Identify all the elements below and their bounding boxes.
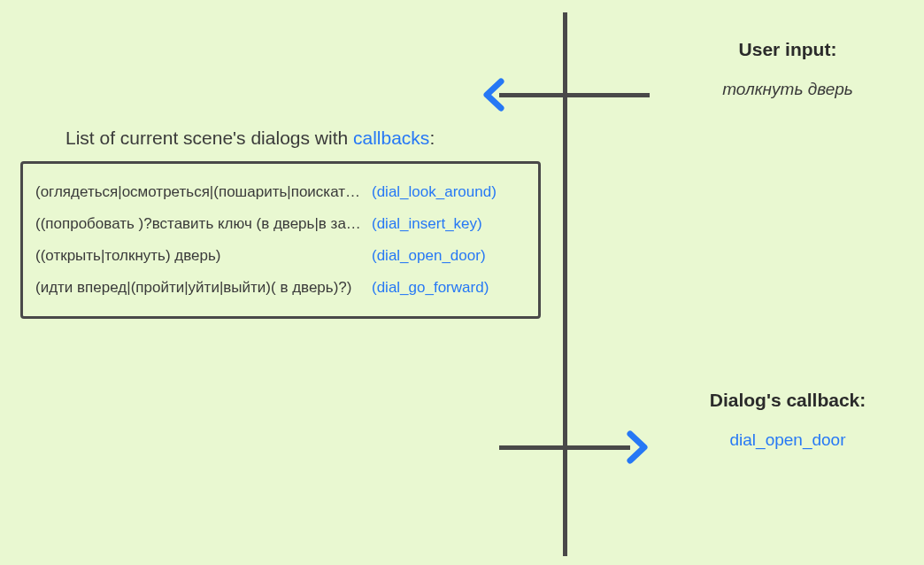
- dialogs-table: (оглядеться|осмотреться|(пошарить|поиска…: [20, 161, 541, 319]
- arrow-left-icon: [480, 78, 506, 112]
- dialogs-heading-accent: callbacks: [353, 128, 429, 148]
- dialog-pattern: (идти вперед|(пройти|уйти|выйти)( в двер…: [35, 279, 372, 297]
- table-row: (оглядеться|осмотреться|(пошарить|поиска…: [35, 176, 524, 208]
- dialog-callback: (dial_go_forward): [372, 279, 489, 297]
- dialog-pattern: ((открыть|толкнуть) дверь): [35, 247, 372, 265]
- arrow-output-track: [499, 445, 630, 450]
- dialog-callback: (dial_insert_key): [372, 215, 482, 233]
- arrow-right-icon: [625, 430, 651, 464]
- table-row: ((попробовать )?вставить ключ (в дверь|в…: [35, 208, 524, 240]
- callback-value: dial_open_door: [664, 430, 912, 450]
- dialogs-heading-suffix: :: [429, 128, 435, 148]
- dialog-pattern: ((попробовать )?вставить ключ (в дверь|в…: [35, 215, 372, 233]
- dialog-callback: (dial_look_around): [372, 183, 497, 201]
- dialog-pattern: (оглядеться|осмотреться|(пошарить|поиска…: [35, 183, 372, 201]
- arrow-input-track: [499, 93, 650, 97]
- table-row: ((открыть|толкнуть) дверь) (dial_open_do…: [35, 240, 524, 272]
- dialog-callback: (dial_open_door): [372, 247, 486, 265]
- dialogs-heading: List of current scene's dialogs with cal…: [65, 128, 435, 149]
- table-row: (идти вперед|(пройти|уйти|выйти)( в двер…: [35, 272, 524, 304]
- callback-heading: Dialog's callback:: [664, 390, 912, 411]
- dialogs-heading-prefix: List of current scene's dialogs with: [65, 128, 353, 148]
- user-input-value: толкнуть дверь: [664, 80, 912, 99]
- user-input-heading: User input:: [664, 39, 912, 60]
